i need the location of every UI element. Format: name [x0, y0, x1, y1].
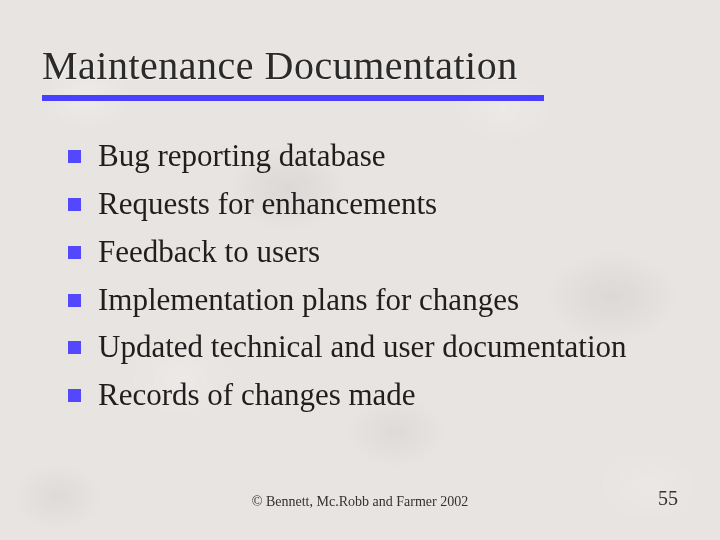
bullet-list: Bug reporting database Requests for enha…	[42, 135, 678, 422]
list-item: Feedback to users	[68, 231, 678, 273]
slide-title: Maintenance Documentation	[42, 42, 678, 89]
title-underline	[42, 95, 544, 101]
list-item: Implementation plans for changes	[68, 279, 678, 321]
footer: © Bennett, Mc.Robb and Farmer 2002 55	[42, 482, 678, 510]
list-item: Updated technical and user documentation	[68, 326, 678, 368]
page-number: 55	[658, 487, 678, 510]
list-item: Bug reporting database	[68, 135, 678, 177]
list-item: Records of changes made	[68, 374, 678, 416]
slide: Maintenance Documentation Bug reporting …	[0, 0, 720, 540]
copyright-text: © Bennett, Mc.Robb and Farmer 2002	[252, 494, 468, 510]
list-item: Requests for enhancements	[68, 183, 678, 225]
